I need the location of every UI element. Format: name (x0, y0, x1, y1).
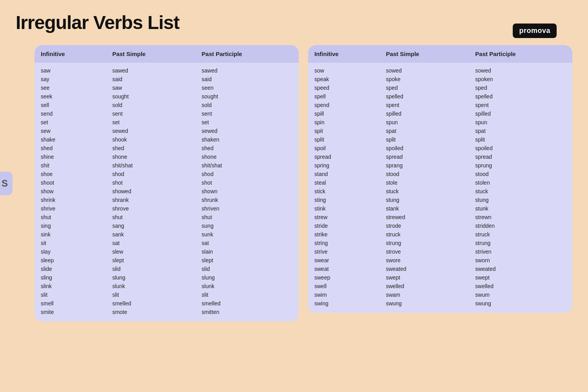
left-table-header-row: Infinitive Past Simple Past Participle (34, 45, 299, 63)
table-cell: strew (308, 213, 379, 221)
table-cell: split (308, 135, 379, 144)
table-cell: shed (106, 144, 195, 152)
table-cell: sit (34, 239, 106, 247)
table-row: sowsowedsowed (308, 63, 572, 75)
table-row: sleepsleptslept (34, 256, 299, 265)
right-table-wrapper: Infinitive Past Simple Past Participle s… (308, 45, 572, 321)
table-cell: shod (106, 170, 195, 178)
table-cell: shrove (106, 204, 195, 213)
table-cell: steal (308, 178, 379, 187)
table-cell: stood (469, 170, 572, 178)
table-cell: swung (469, 299, 572, 313)
table-cell: strive (308, 247, 379, 256)
table-row: sinksanksunk (34, 230, 299, 239)
table-cell: shake (34, 135, 106, 144)
table-row: slinkslunkslunk (34, 282, 299, 290)
table-cell: seek (34, 92, 106, 101)
letter-badge: S (0, 172, 13, 195)
table-cell: sewed (195, 127, 299, 135)
table-row: shedshedshed (34, 144, 299, 152)
table-cell: say (34, 75, 106, 83)
table-row: strewstrewedstrewn (308, 213, 572, 221)
table-cell: strike (308, 230, 379, 239)
table-cell: smite (34, 308, 106, 321)
table-cell: spelled (469, 92, 572, 101)
table-cell: swept (379, 273, 469, 282)
table-row: singsangsung (34, 221, 299, 230)
table-row: spoilspoiledspoiled (308, 144, 572, 152)
table-cell: stink (308, 204, 379, 213)
table-row: showshowedshown (34, 187, 299, 196)
table-cell: slain (195, 247, 299, 256)
left-col-past-simple: Past Simple (106, 45, 195, 63)
table-cell: spoiled (379, 144, 469, 152)
table-row: stingstungstung (308, 196, 572, 204)
table-cell: stride (308, 221, 379, 230)
table-cell: swore (379, 256, 469, 265)
table-cell: stuck (379, 187, 469, 196)
table-cell: spill (308, 109, 379, 118)
table-cell: slid (106, 265, 195, 273)
table-row: sweatsweatedsweated (308, 265, 572, 273)
logo: promova (513, 24, 557, 38)
table-row: speedspedsped (308, 83, 572, 92)
table-row: swearsworesworn (308, 256, 572, 265)
table-cell: stunk (469, 204, 572, 213)
table-cell: sowed (379, 63, 469, 75)
table-cell: strung (379, 239, 469, 247)
table-cell: speed (308, 83, 379, 92)
table-row: spendspentspent (308, 101, 572, 109)
table-row: spitspatspat (308, 127, 572, 135)
table-cell: swept (469, 273, 572, 282)
table-cell: sworn (469, 256, 572, 265)
table-cell: see (34, 83, 106, 92)
table-cell: spat (469, 127, 572, 135)
right-col-past-participle: Past Participle (469, 45, 572, 63)
table-cell: stuck (469, 187, 572, 196)
table-cell: set (34, 118, 106, 127)
table-cell: sung (195, 221, 299, 230)
table-row: slingslungslung (34, 273, 299, 282)
table-row: stickstuckstuck (308, 187, 572, 196)
table-row: spillspilledspilled (308, 109, 572, 118)
table-cell: swelled (379, 282, 469, 290)
table-row: swellswelledswelled (308, 282, 572, 290)
right-col-infinitive: Infinitive (308, 45, 379, 63)
table-cell: spring (308, 161, 379, 170)
table-cell: shook (106, 135, 195, 144)
right-table-card: Infinitive Past Simple Past Participle s… (308, 45, 572, 313)
table-cell: slept (106, 256, 195, 265)
table-cell: sought (195, 92, 299, 101)
table-cell: stand (308, 170, 379, 178)
table-cell: spilled (469, 109, 572, 118)
table-cell: shot (195, 178, 299, 187)
table-cell: stolen (469, 178, 572, 187)
table-cell: smelled (195, 299, 299, 308)
table-cell: spend (308, 101, 379, 109)
table-cell: smote (106, 308, 195, 321)
table-cell: stridden (469, 221, 572, 230)
table-cell: strewn (469, 213, 572, 221)
left-table-card: Infinitive Past Simple Past Participle s… (34, 45, 299, 321)
table-cell: slunk (195, 282, 299, 290)
table-cell: sought (106, 92, 195, 101)
table-cell: shod (195, 170, 299, 178)
table-row: spinspunspun (308, 118, 572, 127)
table-cell: spelled (379, 92, 469, 101)
table-cell: slink (34, 282, 106, 290)
table-row: sawsawedsawed (34, 63, 299, 75)
table-cell: smell (34, 299, 106, 308)
table-cell: sing (34, 221, 106, 230)
table-cell: sat (195, 239, 299, 247)
table-cell: stung (379, 196, 469, 204)
table-cell: shrunk (195, 196, 299, 204)
table-cell: set (106, 118, 195, 127)
table-cell: sent (195, 109, 299, 118)
table-cell: sent (106, 109, 195, 118)
table-cell: slept (195, 256, 299, 265)
table-row: swingswungswung (308, 299, 572, 313)
table-cell: spell (308, 92, 379, 101)
table-cell: shed (34, 144, 106, 152)
table-row: slitslitslit (34, 290, 299, 299)
table-row: sellsoldsold (34, 101, 299, 109)
